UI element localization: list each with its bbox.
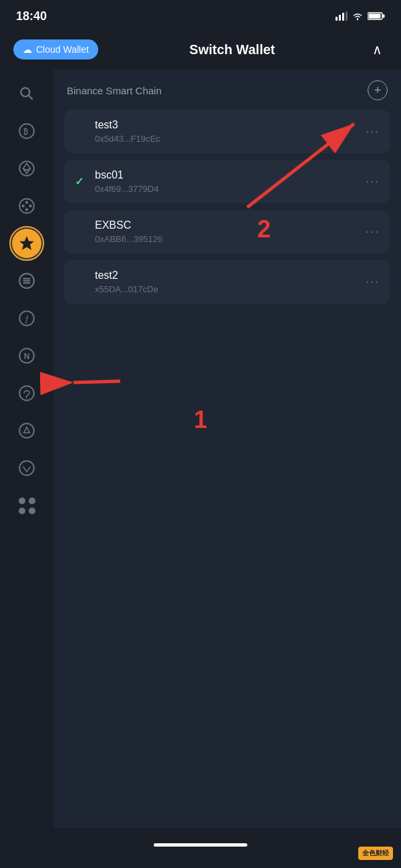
wallet-name-exbsc: EXBSC [95, 219, 162, 231]
wifi-icon [352, 11, 364, 21]
sidebar-item-bitcoin[interactable]: ₿ [9, 114, 44, 148]
sidebar-item-polkadot[interactable] [9, 189, 44, 223]
acala-icon [18, 422, 35, 439]
right-panel: Binance Smart Chain + ✓ test3 0x5d43...F… [53, 70, 401, 828]
sidebar-item-more[interactable] [9, 488, 44, 523]
status-bar: 18:40 [0, 0, 401, 29]
svg-text:N: N [24, 352, 30, 361]
sidebar-item-sei[interactable] [9, 376, 44, 411]
stacks-icon [18, 272, 35, 290]
sidebar-item-filecoin[interactable]: ƒ [9, 301, 44, 336]
svg-point-17 [25, 208, 28, 211]
status-time: 18:40 [16, 9, 47, 23]
sei-icon [18, 385, 35, 402]
signal-icon [336, 11, 348, 21]
sidebar-item-gravity[interactable] [9, 451, 44, 485]
home-indicator [154, 843, 247, 847]
wallet-more-exbsc[interactable]: ··· [366, 225, 380, 239]
wallet-item-bsc01[interactable]: ✓ bsc01 0x4f69...3779D4 ··· [64, 160, 390, 203]
top-bar: ☁ Cloud Wallet Switch Wallet ∧ [0, 29, 401, 70]
page-title: Switch Wallet [189, 42, 275, 58]
svg-marker-31 [24, 427, 30, 433]
battery-icon [368, 11, 385, 21]
svg-rect-7 [383, 15, 385, 18]
svg-rect-3 [346, 11, 348, 21]
wallet-name-test3: test3 [95, 119, 160, 131]
status-icons [336, 11, 385, 21]
cloud-wallet-button[interactable]: ☁ Cloud Wallet [13, 39, 98, 60]
cloud-wallet-label: Cloud Wallet [36, 44, 89, 55]
sidebar-item-binance[interactable] [9, 226, 44, 261]
close-button[interactable]: ∧ [366, 39, 388, 60]
svg-point-19 [29, 205, 31, 207]
wallet-address-test2: x55DA...017cDe [95, 284, 158, 294]
svg-rect-2 [342, 13, 344, 21]
sidebar: ₿ [0, 70, 53, 828]
watermark: 全色财经 [358, 847, 393, 860]
wallet-item-test2[interactable]: ✓ test2 x55DA...017cDe ··· [64, 260, 390, 304]
svg-point-8 [21, 88, 29, 96]
bottom-bar: 全色财经 [0, 828, 401, 868]
filecoin-icon: ƒ [18, 310, 35, 327]
search-icon [18, 85, 35, 102]
bnb-icon [12, 229, 41, 258]
polkadot-icon [18, 197, 35, 215]
svg-marker-20 [19, 236, 34, 250]
wallet-name-test2: test2 [95, 269, 158, 282]
gravity-icon [18, 459, 35, 477]
sidebar-item-near[interactable]: N [9, 338, 44, 373]
bitcoin-icon: ₿ [18, 122, 35, 140]
svg-point-30 [19, 423, 34, 438]
svg-point-4 [357, 19, 358, 20]
svg-line-9 [29, 96, 33, 100]
svg-point-16 [25, 201, 28, 203]
near-icon: N [18, 347, 35, 364]
cloud-icon: ☁ [23, 44, 32, 55]
svg-text:₿: ₿ [23, 127, 28, 136]
svg-point-32 [19, 461, 34, 475]
wallet-item-test3[interactable]: ✓ test3 0x5d43...F19cEc ··· [64, 110, 390, 153]
wallet-item-exbsc[interactable]: ✓ EXBSC 0xABB6...395126 ··· [64, 210, 390, 253]
wallet-address-bsc01: 0x4f69...3779D4 [95, 184, 158, 194]
svg-rect-6 [369, 14, 381, 19]
svg-rect-0 [336, 17, 338, 21]
sidebar-item-stacks[interactable] [9, 263, 44, 298]
svg-rect-1 [339, 15, 341, 21]
wallet-address-exbsc: 0xABB6...395126 [95, 234, 162, 244]
check-icon-bsc01: ✓ [75, 175, 88, 188]
more-dots-icon [12, 491, 42, 521]
chain-name: Binance Smart Chain [67, 85, 162, 96]
sidebar-item-ethereum[interactable] [9, 151, 44, 186]
svg-text:ƒ: ƒ [24, 314, 29, 324]
svg-point-18 [21, 205, 24, 207]
wallet-more-bsc01[interactable]: ··· [366, 175, 380, 189]
wallet-name-bsc01: bsc01 [95, 169, 158, 181]
main-content: ₿ [0, 70, 401, 828]
ethereum-icon [18, 160, 35, 177]
wallet-address-test3: 0x5d43...F19cEc [95, 134, 160, 144]
add-wallet-button[interactable]: + [368, 80, 388, 100]
sidebar-item-search[interactable] [9, 76, 44, 111]
chain-header: Binance Smart Chain + [64, 80, 390, 100]
wallet-more-test3[interactable]: ··· [366, 124, 380, 138]
sidebar-item-acala[interactable] [9, 413, 44, 448]
wallet-more-test2[interactable]: ··· [366, 275, 380, 289]
svg-marker-14 [23, 169, 31, 174]
